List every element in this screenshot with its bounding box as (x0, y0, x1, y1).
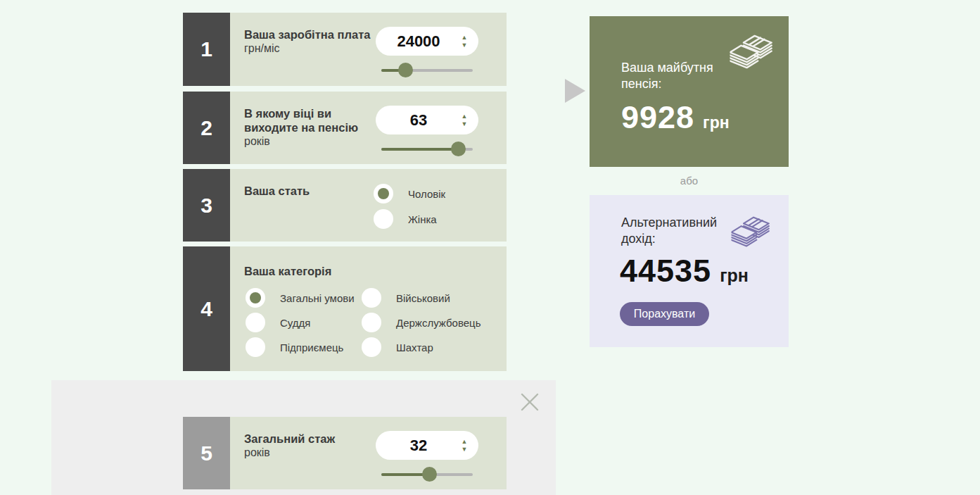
salary-value[interactable]: 24000 (376, 32, 450, 51)
radio-entrepreneur-label: Підприємець (280, 342, 343, 353)
pension-value-row: 9928 грн (621, 99, 730, 136)
gender-label: Ваша стать (244, 184, 378, 198)
pension-result-card: Ваша майбутня пенсія: 9928 грн (590, 16, 789, 167)
experience-slider[interactable] (381, 469, 473, 480)
salary-increment-icon[interactable]: ▲ (462, 35, 468, 41)
radio-civil-servant-circle[interactable] (362, 313, 381, 332)
close-icon[interactable] (519, 391, 540, 413)
pension-calculator-page: 1 Ваша заробітна плата грн/міс 24000 ▲▼ … (0, 0, 980, 495)
money-stack-icon (730, 35, 773, 70)
retirement-age-value[interactable]: 63 (376, 111, 450, 130)
radio-entrepreneur[interactable]: Підприємець (246, 337, 362, 357)
experience-increment-icon[interactable]: ▲ (462, 439, 468, 445)
salary-title: Ваша заробітна плата (244, 27, 378, 42)
radio-female-dot (378, 213, 389, 225)
radio-male-circle[interactable] (374, 184, 393, 203)
retirement-age-slider-thumb[interactable] (451, 142, 466, 156)
retirement-age-slider-fill (381, 148, 458, 151)
alternative-income-label: Альтернативний дохід: (621, 215, 734, 247)
category-title: Ваша категорія (244, 264, 455, 278)
radio-civil-servant-dot (366, 317, 377, 328)
panel-category: 4 Ваша категорія Загальні умови Військов… (183, 246, 507, 371)
experience-unit: років (244, 446, 378, 460)
retirement-age-unit: років (244, 134, 378, 149)
radio-general-dot (250, 292, 261, 303)
experience-title: Загальний стаж (244, 432, 378, 446)
radio-general-label: Загальні умови (280, 292, 355, 304)
salary-spinner[interactable]: 24000 ▲▼ (376, 27, 478, 56)
category-label: Ваша категорія (244, 264, 455, 278)
panel-retirement-age-content: В якому віці ви виходите на пенсію років… (230, 92, 507, 164)
gender-title: Ваша стать (244, 184, 378, 198)
calculate-button[interactable]: Порахувати (620, 302, 709, 326)
retirement-age-increment-icon[interactable]: ▲ (462, 113, 468, 120)
radio-entrepreneur-dot (250, 342, 261, 353)
radio-miner-dot (366, 342, 377, 353)
pension-value: 9928 (621, 99, 694, 136)
radio-female-label: Жінка (408, 213, 437, 225)
radio-male[interactable]: Чоловік (374, 184, 445, 203)
radio-male-label: Чоловік (408, 188, 445, 200)
salary-slider-track[interactable] (381, 69, 473, 72)
step-number-1: 1 (183, 13, 230, 86)
retirement-age-spinner[interactable]: 63 ▲▼ (376, 106, 478, 134)
radio-female-circle[interactable] (374, 209, 393, 229)
panel-gender: 3 Ваша стать Чоловік Жінка (183, 169, 507, 242)
radio-judge-label: Суддя (280, 317, 310, 329)
panel-salary: 1 Ваша заробітна плата грн/міс 24000 ▲▼ (183, 13, 507, 86)
experience-decrement-icon[interactable]: ▼ (462, 446, 468, 453)
pension-result-label: Ваша майбутня пенсія: (621, 60, 734, 92)
radio-judge-dot (250, 317, 261, 328)
radio-miner[interactable]: Шахтар (362, 337, 481, 357)
salary-spinner-arrows: ▲▼ (450, 35, 478, 49)
alternative-income-card: Альтернативний дохід: 44535 грн Порахува… (590, 195, 789, 347)
radio-entrepreneur-circle[interactable] (246, 337, 265, 357)
radio-judge[interactable]: Суддя (246, 313, 362, 332)
experience-spinner-arrows: ▲▼ (450, 439, 478, 453)
salary-decrement-icon[interactable]: ▼ (462, 42, 468, 49)
radio-miner-label: Шахтар (396, 342, 433, 353)
radio-male-dot (378, 188, 389, 199)
salary-unit: грн/міс (244, 42, 378, 56)
panel-gender-content: Ваша стать Чоловік Жінка (230, 169, 507, 242)
retirement-age-decrement-icon[interactable]: ▼ (462, 121, 468, 127)
gender-radio-group: Чоловік Жінка (374, 184, 445, 229)
step-number-2: 2 (183, 92, 230, 164)
category-radio-group: Загальні умови Військовий Суддя Держслуж… (246, 288, 481, 357)
step-number-4: 4 (183, 246, 230, 371)
radio-miner-circle[interactable] (362, 337, 381, 357)
step-number-5: 5 (183, 417, 230, 489)
salary-slider[interactable] (381, 65, 473, 76)
panel-experience: 5 Загальний стаж років 32 ▲▼ (183, 417, 507, 489)
radio-female[interactable]: Жінка (374, 209, 445, 229)
alternative-value-row: 44535 грн (620, 253, 749, 289)
retirement-age-spinner-arrows: ▲▼ (450, 113, 478, 127)
salary-slider-thumb[interactable] (398, 63, 413, 77)
salary-label: Ваша заробітна плата грн/міс (244, 27, 378, 56)
alternative-currency: грн (720, 265, 749, 286)
money-stack-icon (731, 216, 770, 248)
radio-civil-servant[interactable]: Держслужбовець (362, 313, 481, 332)
radio-civil-servant-label: Держслужбовець (396, 317, 481, 329)
retirement-age-title: В якому віці ви виходите на пенсію (244, 106, 378, 134)
experience-spinner[interactable]: 32 ▲▼ (376, 431, 478, 460)
experience-label: Загальний стаж років (244, 432, 378, 460)
radio-judge-circle[interactable] (246, 313, 265, 332)
pension-currency: грн (703, 113, 730, 132)
radio-military[interactable]: Військовий (362, 288, 481, 308)
panel-category-content: Ваша категорія Загальні умови Військовий… (230, 246, 507, 371)
radio-general-circle[interactable] (246, 288, 265, 308)
panel-experience-content: Загальний стаж років 32 ▲▼ (230, 417, 507, 489)
panel-salary-content: Ваша заробітна плата грн/міс 24000 ▲▼ (230, 13, 507, 86)
experience-value[interactable]: 32 (376, 437, 450, 455)
alternative-value: 44535 (620, 253, 711, 289)
radio-military-circle[interactable] (362, 288, 381, 308)
retirement-age-label: В якому віці ви виходите на пенсію років (244, 106, 378, 149)
radio-military-dot (366, 292, 377, 303)
step-number-3: 3 (183, 169, 230, 242)
radio-general[interactable]: Загальні умови (246, 288, 362, 308)
retirement-age-slider[interactable] (381, 144, 473, 155)
experience-slider-thumb[interactable] (422, 467, 437, 482)
arrow-right-icon (565, 79, 585, 103)
radio-military-label: Військовий (396, 292, 450, 304)
